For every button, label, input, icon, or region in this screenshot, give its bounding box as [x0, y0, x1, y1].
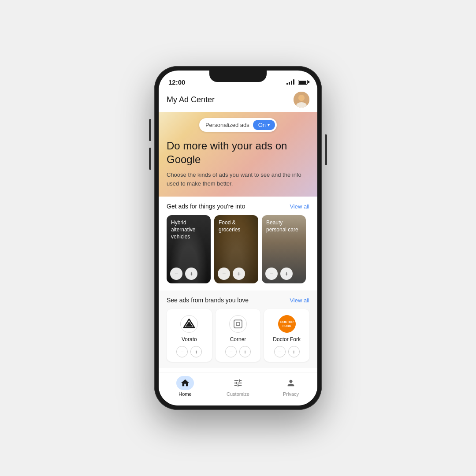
interest-card-food: Food & groceries − +	[214, 215, 258, 283]
screen-content: My Ad Center Personalized ads On	[159, 88, 317, 372]
svg-text:FORK: FORK	[283, 324, 291, 327]
nav-privacy-label: Privacy	[283, 391, 299, 397]
beauty-like-button[interactable]: +	[280, 268, 293, 280]
volume-down-button	[149, 148, 151, 170]
nav-item-customize[interactable]: Customize	[212, 376, 264, 397]
hybrid-card-label: Hybrid alternative vehicles	[171, 219, 206, 240]
brands-section: See ads from brands you love View all Vo…	[159, 290, 317, 368]
interests-view-all-link[interactable]: View all	[290, 203, 309, 210]
food-dislike-button[interactable]: −	[218, 268, 230, 280]
brand-card-doctorfork: DOCTOR FORK Doctor Fork − +	[264, 309, 309, 362]
notch	[209, 71, 267, 82]
brands-view-all-link[interactable]: View all	[290, 297, 309, 304]
interest-card-hybrid: Hybrid alternative vehicles − +	[167, 215, 211, 283]
vorato-brand-name: Vorato	[182, 336, 197, 342]
svg-point-8	[279, 316, 295, 332]
vorato-like-button[interactable]: +	[190, 346, 202, 357]
volume-up-button	[149, 119, 151, 141]
svg-rect-6	[234, 320, 242, 328]
corner-like-button[interactable]: +	[239, 346, 251, 357]
hybrid-like-button[interactable]: +	[185, 268, 197, 280]
doctorfork-brand-name: Doctor Fork	[273, 336, 301, 342]
brands-section-header: See ads from brands you love View all	[167, 297, 309, 304]
corner-actions: − +	[225, 346, 251, 357]
brand-card-corner: Corner − +	[216, 309, 261, 362]
chevron-down-icon: ▾	[268, 123, 270, 127]
nav-item-privacy[interactable]: Privacy	[264, 376, 317, 397]
home-icon	[180, 378, 190, 388]
food-card-label: Food & groceries	[219, 219, 254, 233]
status-time: 12:00	[168, 78, 185, 86]
svg-rect-7	[236, 322, 240, 326]
hero-heading: Do more with your ads on Google	[167, 139, 309, 166]
interests-section-title: Get ads for things you're into	[167, 203, 245, 210]
corner-brand-name: Corner	[230, 336, 246, 342]
beauty-dislike-button[interactable]: −	[265, 268, 278, 280]
signal-icon	[286, 79, 294, 85]
privacy-icon-wrap	[282, 376, 300, 390]
food-like-button[interactable]: +	[233, 268, 245, 280]
phone-shell: 12:00 My Ad Center	[154, 66, 322, 410]
brand-cards-list: Vorato − +	[167, 309, 309, 362]
hero-subtext: Choose the kinds of ads you want to see …	[167, 171, 309, 188]
vorato-dislike-button[interactable]: −	[176, 346, 188, 357]
food-card-actions: − +	[218, 268, 255, 280]
home-icon-wrap	[176, 376, 194, 390]
toggle-state: On	[258, 122, 266, 128]
customize-icon-wrap	[229, 376, 247, 390]
toggle-on-button[interactable]: On ▾	[253, 120, 275, 130]
interests-section: Get ads for things you're into View all …	[159, 197, 317, 290]
status-icons	[286, 79, 308, 85]
interests-section-header: Get ads for things you're into View all	[167, 203, 309, 210]
brands-section-title: See ads from brands you love	[167, 297, 249, 304]
hybrid-card-actions: − +	[170, 268, 207, 280]
battery-icon	[298, 80, 308, 85]
corner-logo	[229, 315, 247, 333]
nav-home-label: Home	[178, 391, 191, 397]
beauty-card-label: Beauty personal care	[266, 219, 301, 233]
svg-text:DOCTOR: DOCTOR	[280, 320, 294, 324]
nav-item-home[interactable]: Home	[159, 376, 212, 397]
doctorfork-logo: DOCTOR FORK	[278, 315, 296, 333]
vorato-logo	[180, 315, 198, 333]
beauty-card-actions: − +	[265, 268, 302, 280]
personalized-ads-toggle[interactable]: Personalized ads On ▾	[199, 118, 277, 132]
privacy-icon	[286, 378, 296, 388]
personalized-ads-label: Personalized ads	[205, 122, 249, 128]
power-button	[325, 134, 327, 165]
doctorfork-actions: − +	[274, 346, 300, 357]
customize-icon	[233, 378, 243, 388]
app-header: My Ad Center	[159, 88, 317, 112]
phone-screen: 12:00 My Ad Center	[159, 71, 317, 405]
corner-dislike-button[interactable]: −	[225, 346, 237, 357]
hero-banner: Personalized ads On ▾ Do more with your …	[159, 112, 317, 197]
interest-cards-list: Hybrid alternative vehicles − + Food & g…	[167, 215, 309, 283]
doctorfork-dislike-button[interactable]: −	[274, 346, 286, 357]
brand-card-vorato: Vorato − +	[167, 309, 212, 362]
hybrid-dislike-button[interactable]: −	[170, 268, 182, 280]
interest-card-beauty: Beauty personal care − +	[262, 215, 306, 283]
page-title: My Ad Center	[167, 95, 215, 104]
bottom-nav: Home Customize Privacy	[159, 372, 317, 405]
doctorfork-like-button[interactable]: +	[288, 346, 300, 357]
svg-point-3	[298, 95, 305, 101]
avatar[interactable]	[294, 92, 309, 108]
nav-customize-label: Customize	[227, 391, 249, 397]
vorato-actions: − +	[176, 346, 202, 357]
